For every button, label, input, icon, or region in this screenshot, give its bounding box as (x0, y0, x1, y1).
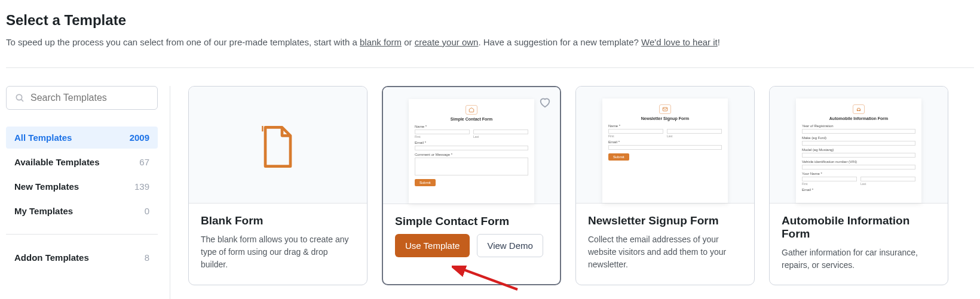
sidebar-item-my-templates[interactable]: My Templates 0 (6, 200, 158, 222)
card-preview: Simple Contact Form Name * First Last Em… (383, 87, 560, 204)
card-description: Gather information for car insurance, re… (782, 246, 936, 272)
sidebar-item-count: 0 (145, 206, 149, 216)
svg-point-0 (16, 94, 22, 100)
search-box[interactable] (6, 86, 158, 110)
card-title: Blank Form (201, 214, 355, 227)
sidebar-item-count: 2009 (130, 132, 149, 143)
form-preview-thumbnail: Simple Contact Form Name * First Last Em… (409, 99, 534, 204)
sidebar-item-addon-templates[interactable]: Addon Templates 8 (6, 246, 158, 269)
create-own-link[interactable]: create your own (415, 37, 479, 47)
sidebar: All Templates 2009 Available Templates 6… (6, 86, 170, 300)
favorite-toggle[interactable] (538, 95, 552, 111)
sidebar-item-label: Available Templates (14, 157, 100, 167)
card-title: Simple Contact Form (395, 215, 548, 228)
sidebar-item-label: All Templates (14, 132, 72, 143)
card-description: Collect the email addresses of your webs… (588, 233, 742, 271)
blank-form-link[interactable]: blank form (360, 37, 402, 47)
svg-line-1 (22, 99, 23, 101)
sidebar-item-new-templates[interactable]: New Templates 139 (6, 175, 158, 198)
card-title: Newsletter Signup Form (588, 214, 742, 227)
template-card-blank[interactable]: Blank Form The blank form allows you to … (188, 86, 368, 285)
sidebar-item-count: 67 (139, 157, 149, 167)
form-preview-thumbnail: Automobile Information Form Year of Regi… (796, 98, 921, 203)
sidebar-item-all-templates[interactable]: All Templates 2009 (6, 127, 158, 149)
use-template-button[interactable]: Use Template (395, 234, 470, 257)
card-preview: Newsletter Signup Form Name * First Last… (576, 87, 754, 203)
main-content: Blank Form The blank form allows you to … (188, 86, 974, 300)
sidebar-item-label: Addon Templates (14, 252, 89, 263)
page-title: Select a Template (6, 12, 974, 29)
template-card-automobile[interactable]: Automobile Information Form Year of Regi… (769, 86, 948, 285)
template-card-simple-contact[interactable]: Simple Contact Form Name * First Last Em… (382, 86, 561, 285)
sidebar-item-available-templates[interactable]: Available Templates 67 (6, 151, 158, 173)
suggest-link[interactable]: We'd love to hear it (641, 37, 718, 47)
search-input[interactable] (30, 93, 149, 103)
sidebar-item-count: 139 (134, 181, 149, 192)
view-demo-button[interactable]: View Demo (477, 234, 543, 257)
blank-form-icon (261, 126, 295, 168)
sidebar-separator (6, 234, 158, 235)
card-preview (189, 87, 367, 203)
sidebar-item-count: 8 (145, 252, 149, 263)
card-description: The blank form allows you to create any … (201, 233, 355, 271)
form-preview-thumbnail: Newsletter Signup Form Name * First Last… (602, 98, 728, 203)
sidebar-item-label: My Templates (14, 206, 73, 216)
card-title: Automobile Information Form (782, 214, 936, 241)
header-divider (6, 67, 974, 68)
search-icon (15, 93, 24, 103)
template-card-newsletter[interactable]: Newsletter Signup Form Name * First Last… (575, 86, 755, 285)
sidebar-item-label: New Templates (14, 181, 79, 192)
heart-icon (538, 95, 552, 109)
page-intro: To speed up the process you can select f… (6, 36, 974, 50)
card-preview: Automobile Information Form Year of Regi… (770, 87, 948, 203)
